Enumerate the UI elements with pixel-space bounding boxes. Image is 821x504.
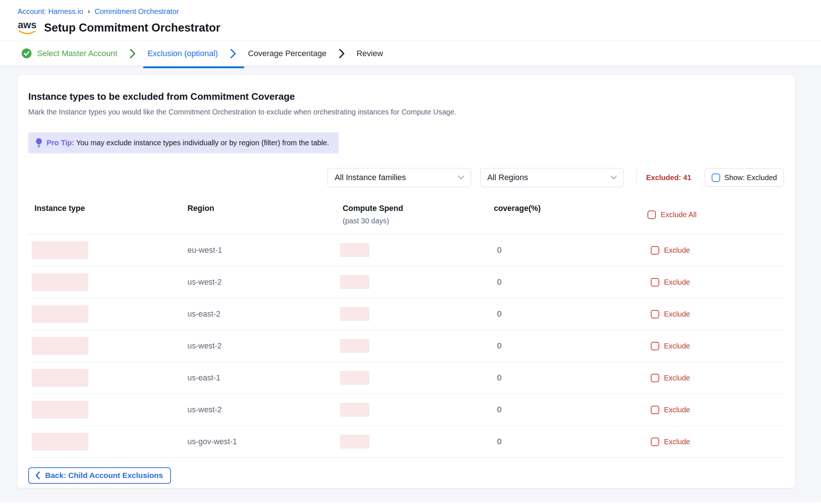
exclude-checkbox[interactable] [651,406,659,414]
exclusion-card: Instance types to be excluded from Commi… [17,74,795,488]
region-cell: us-west-2 [181,342,336,351]
chevron-down-icon [610,175,617,180]
region-cell: us-west-2 [181,405,336,414]
chevron-right-icon [128,48,136,59]
exclude-checkbox[interactable] [651,342,659,350]
card-title: Instance types to be excluded from Commi… [28,91,784,102]
instance-type-cell [28,401,181,419]
instance-type-cell [28,241,181,259]
pro-tip-banner: Pro Tip: You may exclude instance types … [28,132,339,153]
redacted-compute-spend [340,403,369,417]
region-cell: us-east-2 [181,310,336,319]
region-cell: us-gov-west-1 [181,437,336,446]
redacted-instance-type [32,433,88,450]
instance-type-cell [28,273,181,291]
exclude-all-checkbox[interactable] [647,211,656,219]
redacted-compute-spend [340,339,369,353]
table-row: us-east-1 0 Exclude [28,362,784,394]
page-title: Setup Commitment Orchestrator [44,21,220,34]
breadcrumb-separator-icon: › [88,7,90,15]
region-cell: us-west-2 [181,278,336,287]
top-header: Account: Harness.io › Commitment Orchest… [0,0,821,35]
instance-type-cell [28,369,181,387]
exclude-checkbox[interactable] [651,438,659,446]
redacted-instance-type [32,241,88,259]
instance-type-cell [28,337,181,355]
table-header-row: Instance type Region Compute Spend (past… [28,204,784,234]
exclude-label: Exclude [664,374,690,382]
coverage-cell: 0 [488,277,641,287]
exclude-all-control[interactable]: Exclude All [641,204,784,225]
redacted-instance-type [32,305,88,323]
lightbulb-icon [36,138,42,148]
coverage-cell: 0 [488,341,641,351]
instance-type-cell [28,433,181,450]
table-row: us-gov-west-1 0 Exclude [28,426,784,458]
redacted-compute-spend [340,371,369,385]
exclude-control[interactable]: Exclude [641,246,784,255]
step-select-master-account[interactable]: Select Master Account [21,48,117,59]
breadcrumb-account-link[interactable]: Account: Harness.io [18,7,83,16]
instance-families-dropdown[interactable]: All Instance families [328,168,471,187]
exclude-control[interactable]: Exclude [641,438,784,446]
regions-dropdown[interactable]: All Regions [480,168,624,187]
table-row: us-west-2 0 Exclude [28,266,784,298]
redacted-compute-spend [340,307,369,321]
exclude-label: Exclude [664,342,690,350]
coverage-cell: 0 [488,245,641,255]
step-coverage-percentage[interactable]: Coverage Percentage [248,49,326,58]
exclude-checkbox[interactable] [651,374,659,382]
table-row: eu-west-1 0 Exclude [28,234,784,266]
redacted-instance-type [32,337,88,355]
chevron-down-icon [457,175,465,180]
compute-spend-cell [336,307,488,321]
region-cell: us-east-1 [181,373,336,383]
redacted-instance-type [32,369,88,387]
exclude-control[interactable]: Exclude [641,342,784,350]
back-button[interactable]: Back: Child Account Exclusions [28,467,171,484]
exclude-control[interactable]: Exclude [641,374,784,382]
filter-row: All Instance families All Regions Exclud… [28,168,784,187]
wizard-stepper: Select Master Account Exclusion (optiona… [0,40,821,67]
redacted-instance-type [32,273,88,291]
pro-tip-label: Pro Tip: [47,139,74,147]
compute-spend-cell [336,275,488,289]
check-circle-icon [21,48,32,59]
compute-spend-cell [336,435,488,449]
coverage-cell: 0 [488,373,641,383]
step-review[interactable]: Review [357,49,383,58]
col-header-compute-spend: Compute Spend (past 30 days) [336,204,488,225]
col-header-compute-spend-sub: (past 30 days) [343,217,488,225]
exclude-control[interactable]: Exclude [641,310,784,318]
region-cell: eu-west-1 [181,246,336,255]
col-header-instance-type: Instance type [28,204,181,225]
show-excluded-toggle[interactable]: Show: Excluded [705,168,784,187]
redacted-compute-spend [340,275,369,289]
breadcrumb: Account: Harness.io › Commitment Orchest… [18,7,821,16]
exclude-label: Exclude [664,246,690,255]
card-subtitle: Mark the Instance types you would like t… [28,108,784,116]
step-exclusion[interactable]: Exclusion (optional) [147,49,218,58]
compute-spend-cell [336,403,488,417]
breadcrumb-page-link[interactable]: Commitment Orchestrator [95,7,179,16]
excluded-count-badge: Excluded: 41 [646,174,691,182]
redacted-compute-spend [340,243,369,257]
table-row: us-west-2 0 Exclude [28,394,784,426]
exclude-all-label: Exclude All [661,211,697,219]
compute-spend-cell [336,339,488,353]
exclude-checkbox[interactable] [651,246,659,255]
exclude-checkbox[interactable] [651,310,659,318]
exclude-label: Exclude [664,406,690,414]
col-header-coverage: coverage(%) [488,204,641,225]
exclusions-table: Instance type Region Compute Spend (past… [28,204,784,458]
exclude-checkbox[interactable] [651,278,659,286]
chevron-left-icon [35,471,41,480]
exclude-control[interactable]: Exclude [641,278,784,286]
redacted-compute-spend [340,435,369,449]
show-excluded-checkbox[interactable] [712,174,720,182]
chevron-right-icon [337,48,346,59]
main-area: Instance types to be excluded from Commi… [0,67,821,503]
instance-type-cell [28,305,181,323]
aws-logo-icon: aws [18,20,37,35]
exclude-control[interactable]: Exclude [641,406,784,414]
